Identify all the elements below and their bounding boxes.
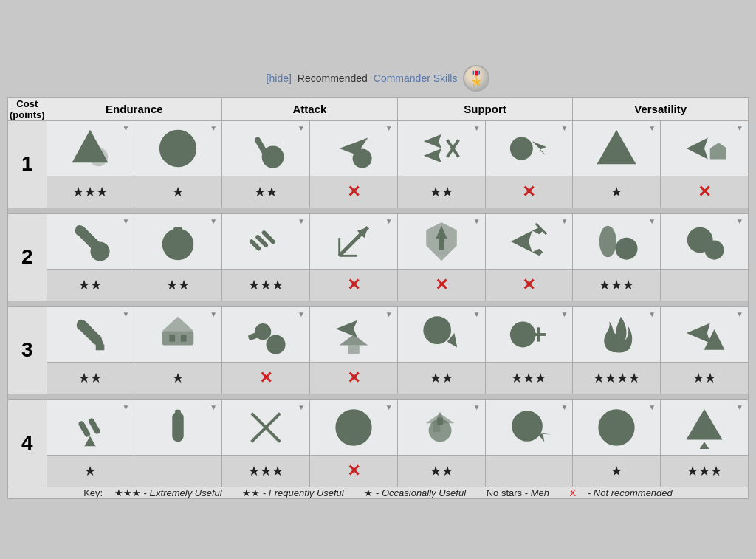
skill-rating-r4-s4: ✕: [309, 455, 397, 487]
svg-point-61: [520, 331, 527, 338]
skill-icon-r2-s3[interactable]: ▼: [222, 213, 310, 269]
skill-icon-r3-s8[interactable]: ▼ !: [661, 306, 749, 362]
dropdown-arrow-r2-s3[interactable]: ▼: [298, 217, 305, 225]
dropdown-arrow-r3-s8[interactable]: ▼: [736, 310, 743, 318]
skill-icon-r3-s2[interactable]: ▼: [134, 306, 222, 362]
skill-icon-r2-s6[interactable]: ▼: [485, 213, 573, 269]
skill-icon-r4-s5[interactable]: ▼: [397, 399, 485, 455]
dropdown-arrow-r1-s3[interactable]: ▼: [298, 124, 305, 132]
skill-image-r3-s2: [137, 312, 219, 357]
skill-icon-r2-s7[interactable]: ▼: [573, 213, 661, 269]
svg-rect-45: [162, 331, 194, 345]
spacer-1: [8, 301, 749, 306]
skill-icon-r3-s1[interactable]: ▼: [47, 306, 134, 362]
dropdown-arrow-r2-s7[interactable]: ▼: [648, 217, 656, 225]
skill-icon-r1-s4[interactable]: ▼: [309, 120, 397, 176]
skill-image-r4-s5: [401, 405, 482, 450]
dropdown-arrow-r4-s3[interactable]: ▼: [298, 403, 305, 411]
skill-icon-r3-s6[interactable]: ▼: [485, 306, 573, 362]
skill-icon-r3-s7[interactable]: ▼: [573, 306, 661, 362]
skill-icon-r4-s1[interactable]: ▼: [47, 399, 134, 455]
svg-marker-76: [266, 428, 280, 441]
skill-image-r3-s1: [50, 312, 131, 357]
commander-link[interactable]: Commander Skills: [374, 72, 458, 84]
skill-icon-r4-s2[interactable]: ▼: [134, 399, 222, 455]
skill-icon-r3-s4[interactable]: ▼: [309, 306, 397, 362]
dropdown-arrow-r4-s1[interactable]: ▼: [122, 403, 129, 411]
skill-icon-r1-s5[interactable]: ▼: [397, 120, 485, 176]
key-one-star: ★ - Occasionally Useful: [364, 487, 466, 498]
stars-rating: ★: [611, 464, 622, 479]
skill-icon-r1-s8[interactable]: ▼: [661, 120, 749, 176]
skill-rating-r2-s7: ★★★: [573, 269, 661, 301]
dropdown-arrow-r4-s5[interactable]: ▼: [473, 403, 481, 411]
dropdown-arrow-r3-s6[interactable]: ▼: [560, 310, 568, 318]
skill-image-r3-s4: [313, 312, 394, 357]
dropdown-arrow-r3-s3[interactable]: ▼: [298, 310, 305, 318]
skill-icon-r3-s5[interactable]: ▼: [397, 306, 485, 362]
skill-icon-r4-s4[interactable]: ▼: [309, 399, 397, 455]
stars-rating: ★: [172, 185, 184, 199]
dropdown-arrow-r2-s4[interactable]: ▼: [385, 217, 393, 225]
dropdown-arrow-r3-s2[interactable]: ▼: [210, 310, 217, 318]
dropdown-arrow-r1-s1[interactable]: ▼: [122, 124, 129, 132]
skill-rating-r4-s7: ★: [573, 455, 661, 487]
svg-marker-75: [252, 413, 266, 425]
skill-icon-r2-s1[interactable]: ▼: [47, 213, 134, 269]
col-header-support: Support: [397, 97, 573, 120]
dropdown-arrow-r1-s6[interactable]: ▼: [560, 124, 568, 132]
skill-rating-r3-s1: ★★: [47, 362, 134, 394]
cost-header: Cost (points): [8, 97, 47, 120]
dropdown-arrow-r4-s8[interactable]: ▼: [736, 403, 743, 411]
page-header: [hide] Recommended Commander Skills 🎖️: [7, 61, 749, 97]
dropdown-arrow-r4-s7[interactable]: ▼: [648, 403, 656, 411]
cross-rating: ✕: [435, 275, 448, 294]
dropdown-arrow-r3-s1[interactable]: ▼: [122, 310, 129, 318]
skill-image-r3-s3: [225, 312, 306, 357]
skill-icon-r3-s3[interactable]: ▼: [222, 306, 310, 362]
dropdown-arrow-r2-s5[interactable]: ▼: [473, 217, 481, 225]
dropdown-arrow-r1-s4[interactable]: ▼: [385, 124, 393, 132]
dropdown-arrow-r3-s5[interactable]: ▼: [473, 310, 481, 318]
dropdown-arrow-r4-s6[interactable]: ▼: [560, 403, 568, 411]
dropdown-arrow-r1-s2[interactable]: ▼: [210, 124, 217, 132]
skill-icon-r2-s8[interactable]: ▼: [661, 213, 749, 269]
skill-rating-r3-s4: ✕: [309, 362, 397, 394]
skill-icon-r2-s5[interactable]: ▼: [397, 213, 485, 269]
skill-icon-r4-s3[interactable]: ▼: [222, 399, 310, 455]
dropdown-arrow-r2-s2[interactable]: ▼: [210, 217, 217, 225]
dropdown-arrow-r1-s8[interactable]: ▼: [736, 124, 743, 132]
skill-icon-r1-s3[interactable]: ▼: [222, 120, 310, 176]
dropdown-arrow-r2-s1[interactable]: ▼: [122, 217, 129, 225]
skill-icon-r1-s7[interactable]: ▼ !: [573, 120, 661, 176]
skill-icon-r1-s2[interactable]: ▼: [134, 120, 222, 176]
dropdown-arrow-r2-s6[interactable]: ▼: [560, 217, 568, 225]
cost-cell-1: 1: [8, 120, 47, 208]
skill-rating-r3-s6: ★★★: [485, 362, 573, 394]
skill-icon-r1-s1[interactable]: ▼ !: [47, 120, 134, 176]
svg-text:!: !: [702, 422, 707, 437]
hide-label[interactable]: [hide]: [267, 72, 292, 84]
dropdown-arrow-r4-s4[interactable]: ▼: [385, 403, 393, 411]
key-two-stars: ★★ - Frequently Useful: [242, 487, 343, 498]
skill-icon-r1-s6[interactable]: ▼: [485, 120, 573, 176]
dropdown-arrow-r2-s8[interactable]: ▼: [736, 217, 743, 225]
hide-link[interactable]: [hide]: [267, 72, 292, 84]
cross-rating: ✕: [347, 275, 360, 294]
dropdown-arrow-r4-s2[interactable]: ▼: [210, 403, 217, 411]
dropdown-arrow-r3-s4[interactable]: ▼: [385, 310, 393, 318]
skill-icon-r2-s4[interactable]: ▼: [309, 213, 397, 269]
dropdown-arrow-r3-s7[interactable]: ▼: [648, 310, 656, 318]
cross-rating: ✕: [522, 275, 535, 294]
dropdown-arrow-r1-s5[interactable]: ▼: [473, 124, 481, 132]
skill-icon-r4-s6[interactable]: ▼: [485, 399, 573, 455]
col-header-versatility: Versatility: [573, 97, 749, 120]
skill-rating-r4-s6: [485, 455, 573, 487]
skill-icon-r4-s7[interactable]: ▼: [573, 399, 661, 455]
skill-icon-r4-s8[interactable]: ▼ !: [661, 399, 749, 455]
dropdown-arrow-r1-s7[interactable]: ▼: [648, 124, 656, 132]
skill-image-r3-s7: [576, 312, 657, 357]
skill-icon-r2-s2[interactable]: ▼: [134, 213, 222, 269]
skill-image-r2-s7: [576, 219, 657, 264]
skill-rating-r2-s5: ✕: [397, 269, 485, 301]
